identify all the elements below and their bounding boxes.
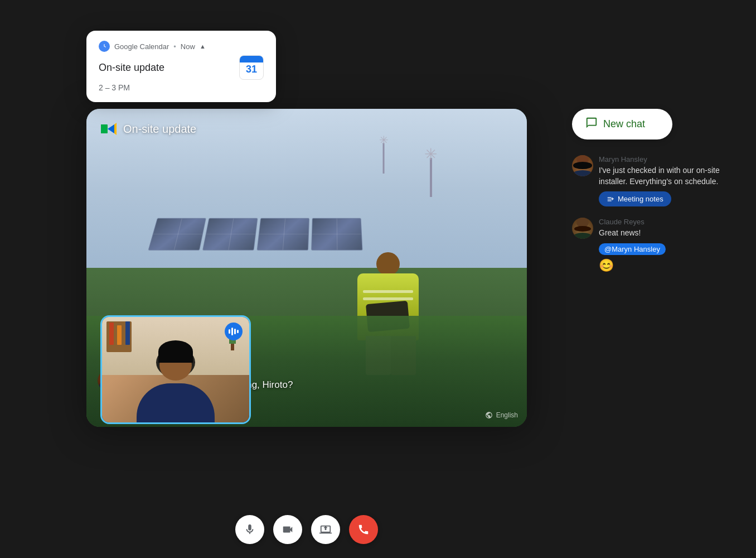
calendar-31-icon: 31 [239,55,264,80]
wind-turbine-1: ✳ [414,147,448,197]
controls-bar [86,515,527,544]
notification-time-range: 2 – 3 PM [99,83,264,92]
notes-icon [607,195,614,203]
notification-chevron: ▲ [200,43,206,50]
notification-separator: • [173,42,176,51]
meeting-title: On-site update [123,123,196,136]
self-view-person [128,336,223,422]
meeting-label: On-site update [100,120,196,138]
wind-turbine-2: ✳ [372,134,395,174]
meeting-notes-chip[interactable]: Meeting notes [599,191,671,206]
svg-rect-2 [101,124,108,133]
video-call-container: ✳ ✳ [86,109,527,427]
chat-messages: Maryn Hansley I've just checked in with … [572,155,739,273]
claude-avatar [572,218,593,239]
self-view-pip [100,315,251,424]
maryn-sender-name: Maryn Hansley [599,155,739,163]
share-button[interactable] [311,515,340,544]
claude-message-text: Great news! [599,228,739,239]
maryn-message-text: I've just checked in with our on-site in… [599,165,739,187]
language-indicator[interactable]: English [485,411,518,419]
worker-figure [346,252,430,369]
audio-indicator [225,323,243,340]
meeting-notes-label: Meeting notes [618,195,663,203]
notification-time: Now [181,42,195,51]
language-icon [485,411,493,419]
camera-button[interactable] [273,515,302,544]
mute-button[interactable] [235,515,264,544]
new-chat-icon [585,117,598,132]
notification-app-name: Google Calendar [114,42,169,51]
end-call-button[interactable] [349,515,378,544]
maryn-avatar [572,155,593,176]
notification-title: On-site update 31 [99,55,264,80]
google-meet-icon [100,120,118,138]
chat-message-1: Maryn Hansley I've just checked in with … [572,155,739,206]
notification-header: Google Calendar • Now ▲ [99,41,264,52]
calendar-notification: Google Calendar • Now ▲ On-site update 3… [86,31,276,102]
chat-message-2: Claude Reyes Great news! @Maryn Hansley … [572,218,739,273]
google-calendar-icon [99,41,110,52]
claude-sender-name: Claude Reyes [599,218,739,226]
maryn-message-content: Maryn Hansley I've just checked in with … [599,155,739,206]
new-chat-button[interactable]: New chat [572,109,672,140]
new-chat-label: New chat [603,118,645,130]
claude-message-content: Claude Reyes Great news! @Maryn Hansley … [599,218,739,273]
emoji-reaction: 😊 [599,258,739,273]
language-label: English [496,411,518,419]
chat-panel: New chat Maryn Hansley I've just checked… [572,109,739,273]
mention-chip[interactable]: @Maryn Hansley [599,243,666,255]
